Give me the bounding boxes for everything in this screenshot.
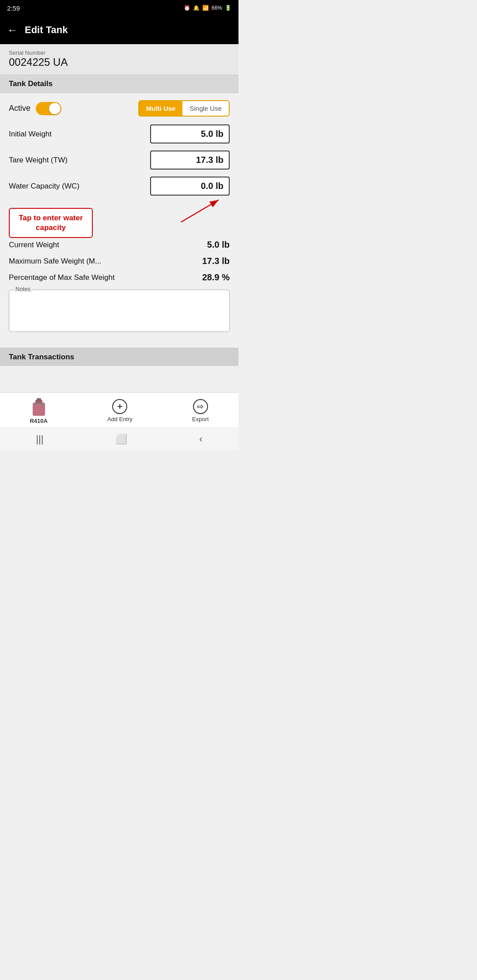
nav-add-entry-label: Add Entry — [107, 416, 132, 422]
battery-label: 66% — [212, 5, 222, 11]
page-title: Edit Tank — [25, 24, 68, 36]
max-safe-weight-row: Maximum Safe Weight (M... 17.3 lb — [9, 256, 230, 266]
notes-input[interactable] — [15, 294, 224, 325]
alarm-icon: ⏰ — [184, 5, 190, 11]
active-left: Active — [9, 102, 61, 115]
bluetooth-icon: 🔔 — [193, 5, 200, 11]
water-capacity-input[interactable] — [150, 177, 230, 196]
percentage-value: 28.9 % — [202, 272, 230, 283]
serial-label: Serial Number — [9, 49, 230, 56]
back-button[interactable]: ← — [7, 24, 18, 36]
tank-details-body: Active Multi Use Single Use Initial Weig… — [0, 93, 238, 348]
nav-r410a[interactable]: R410A — [30, 397, 47, 424]
export-icon: ⇨ — [193, 399, 208, 414]
notes-label: Notes — [14, 286, 32, 292]
water-capacity-label: Water Capacity (WC) — [9, 182, 150, 191]
tooltip-text: Tap to enter water capacity — [19, 214, 83, 232]
cylinder-neck — [37, 398, 41, 402]
tank-details-header: Tank Details — [0, 75, 238, 93]
active-row: Active Multi Use Single Use — [9, 100, 230, 117]
nav-add-entry[interactable]: + Add Entry — [107, 399, 132, 422]
tooltip-box: Tap to enter water capacity — [9, 208, 93, 238]
system-nav-bar: ||| ⬜ ‹ — [0, 428, 238, 450]
percentage-label: Percentage of Max Safe Weight — [9, 273, 115, 282]
signal-icon: 📶 — [202, 5, 209, 11]
sys-nav-back[interactable]: ‹ — [199, 433, 202, 445]
max-safe-weight-label: Maximum Safe Weight (M... — [9, 257, 101, 266]
initial-weight-row: Initial Weight — [9, 124, 230, 143]
max-safe-weight-value: 17.3 lb — [202, 256, 230, 266]
svg-line-1 — [181, 200, 219, 222]
use-type-buttons: Multi Use Single Use — [138, 100, 230, 117]
cylinder-icon — [31, 397, 46, 416]
tare-weight-input[interactable] — [150, 151, 230, 170]
tare-weight-label: Tare Weight (TW) — [9, 156, 150, 165]
tare-weight-row: Tare Weight (TW) — [9, 151, 230, 170]
app-header: ← Edit Tank — [0, 16, 238, 44]
tank-transactions-body — [0, 366, 238, 392]
status-bar: 2:59 ⏰ 🔔 📶 66% 🔋 — [0, 0, 238, 16]
tank-transactions-header: Tank Transactions — [0, 348, 238, 366]
multi-use-button[interactable]: Multi Use — [139, 101, 183, 116]
serial-section: Serial Number 0024225 UA — [0, 44, 238, 75]
single-use-button[interactable]: Single Use — [182, 101, 229, 116]
sys-nav-home[interactable]: ⬜ — [115, 433, 127, 445]
active-toggle[interactable] — [36, 102, 61, 115]
add-entry-icon: + — [112, 399, 127, 414]
nav-export-label: Export — [192, 416, 209, 422]
serial-value: 0024225 UA — [9, 56, 230, 68]
active-label: Active — [9, 104, 30, 113]
tooltip-area: Tap to enter water capacity — [9, 196, 230, 235]
battery-icon: 🔋 — [225, 5, 231, 11]
percentage-row: Percentage of Max Safe Weight 28.9 % — [9, 272, 230, 283]
current-weight-row: Current Weight 5.0 lb — [9, 240, 230, 250]
tooltip-arrow-svg — [141, 196, 230, 231]
status-time: 2:59 — [7, 4, 20, 12]
nav-r410a-label: R410A — [30, 418, 47, 424]
initial-weight-label: Initial Weight — [9, 130, 150, 139]
nav-export[interactable]: ⇨ Export — [192, 399, 209, 422]
bottom-nav: R410A + Add Entry ⇨ Export — [0, 392, 238, 428]
notes-container[interactable]: Notes — [9, 290, 230, 332]
initial-weight-input[interactable] — [150, 124, 230, 143]
sys-nav-menu[interactable]: ||| — [36, 433, 43, 445]
status-icons: ⏰ 🔔 📶 66% 🔋 — [184, 5, 231, 11]
current-weight-label: Current Weight — [9, 241, 59, 249]
toggle-knob — [49, 103, 61, 114]
current-weight-value: 5.0 lb — [207, 240, 230, 250]
water-capacity-row: Water Capacity (WC) — [9, 177, 230, 196]
cylinder-band — [34, 403, 44, 405]
